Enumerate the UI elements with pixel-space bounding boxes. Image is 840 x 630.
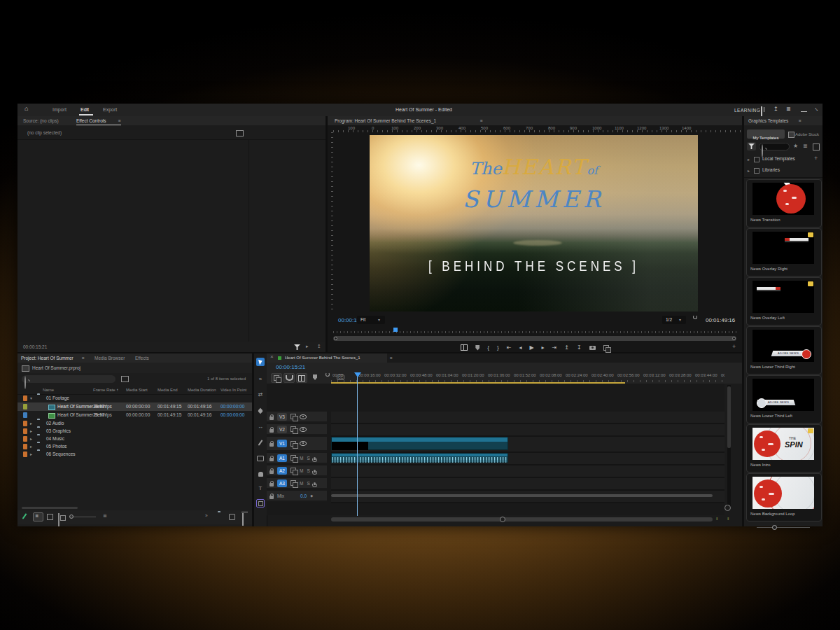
mark-out-icon[interactable]: }: [497, 344, 499, 351]
sync-lock-icon[interactable]: [290, 480, 296, 486]
track-target-v3[interactable]: V3: [277, 413, 287, 421]
track-output-icon[interactable]: [300, 427, 307, 432]
automate-sequence-icon[interactable]: »: [205, 513, 208, 518]
filter-icon[interactable]: [294, 344, 300, 350]
solo-button[interactable]: S: [307, 468, 309, 473]
track-output-icon[interactable]: [300, 414, 307, 419]
track-target-v2[interactable]: V2: [277, 426, 287, 433]
go-to-out-icon[interactable]: ⇥: [552, 344, 557, 351]
track-lane-mix[interactable]: [331, 491, 724, 503]
settings-icon[interactable]: [813, 144, 820, 150]
sync-lock-icon[interactable]: [290, 441, 296, 447]
solo-button[interactable]: S: [307, 481, 309, 486]
extract-icon[interactable]: ↧: [577, 344, 582, 351]
menu-export[interactable]: Export: [103, 107, 117, 112]
track-target-v1[interactable]: V1: [277, 440, 287, 447]
checkbox[interactable]: [754, 157, 760, 162]
lock-icon[interactable]: [270, 443, 274, 447]
panel-menu-icon[interactable]: ≡: [118, 118, 121, 123]
add-marker-icon[interactable]: [313, 374, 317, 380]
table-row[interactable]: ▾ 01 Footage: [18, 395, 252, 402]
col-name[interactable]: Name: [43, 388, 54, 392]
template-card[interactable]: News Overlay Left: [746, 277, 822, 326]
col-video-in[interactable]: Video In Point: [220, 388, 246, 392]
selection-tool[interactable]: [256, 358, 265, 366]
slip-tool[interactable]: ↔: [256, 422, 265, 430]
table-row[interactable]: ▸ 06 Sequences: [18, 451, 252, 458]
go-to-in-icon[interactable]: ⇤: [507, 344, 512, 351]
slider-handle[interactable]: [772, 525, 777, 530]
panel-list-icon[interactable]: ≣: [786, 106, 791, 112]
type-tool[interactable]: T: [256, 484, 265, 492]
scrollbar-handle-right[interactable]: [732, 337, 736, 340]
sort-options-icon[interactable]: ≣: [103, 513, 107, 519]
template-card[interactable]: News Background Loop: [746, 473, 822, 522]
fit-dropdown[interactable]: Fit ▾: [357, 316, 385, 324]
table-row[interactable]: ▸ 03 Graphics: [18, 428, 252, 435]
hscroll-handle[interactable]: [500, 517, 505, 522]
timeline-tab[interactable]: × Heart Of Summer Behind The Scenes_1: [267, 354, 387, 363]
track-output-icon[interactable]: [300, 441, 307, 446]
mute-button[interactable]: M: [300, 456, 303, 461]
scrollbar-handle-left[interactable]: [334, 337, 337, 340]
checkbox[interactable]: [754, 168, 760, 174]
tab-media-browser[interactable]: Media Browser: [94, 356, 125, 360]
mute-button[interactable]: M: [300, 468, 303, 473]
mix-value[interactable]: 0.0: [300, 493, 307, 498]
template-card[interactable]: THE SPIN News Intro: [746, 424, 822, 472]
table-row[interactable]: ▸ 02 Audio: [18, 420, 252, 428]
project-breadcrumb[interactable]: Heart Of Summer.prproj: [18, 363, 252, 373]
menu-import[interactable]: Import: [52, 107, 66, 112]
pen-tool[interactable]: [256, 438, 265, 447]
project-hscrollbar[interactable]: [22, 507, 78, 509]
col-media-duration[interactable]: Media Duration: [188, 388, 216, 392]
vscroll-handle[interactable]: [724, 505, 731, 511]
track-target-a1[interactable]: A1: [277, 454, 287, 462]
track-header-a2[interactable]: A2MS: [267, 465, 327, 477]
export-icon[interactable]: ↥: [317, 344, 321, 349]
template-card[interactable]: News Overlay Right: [746, 228, 822, 276]
timeline-ruler[interactable]: 00:00 00:00:16:00 00:00:32:00 00:00:48:0…: [331, 372, 724, 382]
col-media-start[interactable]: Media Start: [126, 388, 148, 392]
sort-icon[interactable]: ≣: [803, 143, 808, 149]
track-target-a3[interactable]: A3: [277, 479, 287, 487]
audio-meters-collapsed[interactable]: ‖: [716, 517, 718, 521]
audio-meters-collapsed[interactable]: ‖: [727, 517, 729, 521]
solo-button[interactable]: S: [307, 456, 309, 461]
lock-icon[interactable]: [270, 416, 274, 420]
tab-my-templates[interactable]: My Templates: [747, 130, 785, 139]
timeline-timecode[interactable]: 00:00:15:21: [276, 364, 305, 370]
table-row[interactable]: Heart Of Summer Behin 29.97 fps 00:00:00…: [18, 402, 252, 411]
sync-lock-icon[interactable]: [290, 455, 296, 461]
rectangle-tool[interactable]: [256, 454, 265, 463]
razor-tool[interactable]: [256, 407, 265, 415]
graphics-tool[interactable]: [256, 499, 265, 507]
fullscreen-icon[interactable]: ↔: [813, 104, 821, 113]
program-scrubber[interactable]: [333, 328, 736, 333]
track-lane-v1[interactable]: Heart Of Summer Behind The Scenes_1.mp4 …: [331, 437, 724, 453]
program-scrollbar[interactable]: [333, 336, 736, 341]
lock-icon[interactable]: [270, 470, 274, 474]
lock-icon[interactable]: [270, 496, 274, 499]
panel-menu-icon[interactable]: ≡: [82, 356, 85, 360]
template-card[interactable]: ADOBE NEWS News Lower Third Left: [746, 375, 822, 424]
voiceover-icon[interactable]: [314, 457, 316, 460]
lock-icon[interactable]: [270, 483, 274, 486]
favorites-star-icon[interactable]: ★: [793, 143, 798, 149]
scrubber-playhead[interactable]: [393, 328, 398, 332]
track-header-mix[interactable]: Mix0.0◆: [267, 491, 327, 502]
mark-in-icon[interactable]: {: [487, 344, 489, 351]
ripple-edit-tool[interactable]: ⇄: [256, 390, 265, 398]
section-libraries[interactable]: ▸ Libraries: [744, 165, 822, 176]
section-local-templates[interactable]: ▸ Local Templates +: [744, 154, 822, 164]
mix-level-bar[interactable]: [331, 494, 713, 497]
button-editor-icon[interactable]: +: [732, 343, 736, 350]
linked-selection-button[interactable]: [296, 373, 307, 383]
resolution-dropdown[interactable]: 1/2 ▾: [662, 316, 686, 324]
track-header-v1[interactable]: V1: [267, 437, 327, 451]
playhead-line[interactable]: [357, 373, 358, 516]
panel-menu-icon[interactable]: ≡: [390, 356, 393, 360]
graphics-title[interactable]: Graphics Templates: [748, 118, 788, 123]
play-around-icon[interactable]: ▸: [306, 344, 309, 349]
quick-export-icon[interactable]: ↥: [774, 106, 778, 112]
